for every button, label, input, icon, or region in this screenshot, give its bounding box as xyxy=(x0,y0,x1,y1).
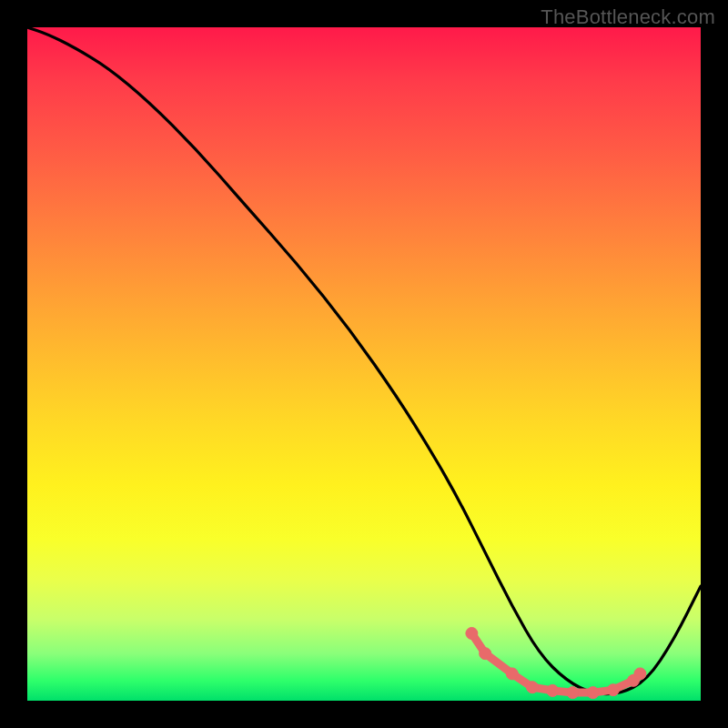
data-curve xyxy=(27,27,701,694)
marker-group xyxy=(466,628,646,699)
data-marker xyxy=(527,682,539,693)
data-marker xyxy=(547,684,559,696)
data-marker xyxy=(587,687,599,699)
data-marker xyxy=(480,648,491,660)
data-marker xyxy=(607,684,619,696)
data-marker xyxy=(506,668,518,680)
data-marker xyxy=(466,628,478,640)
curve-layer xyxy=(27,27,701,701)
marker-cluster xyxy=(471,633,640,693)
data-marker xyxy=(567,687,579,699)
chart-frame: TheBottleneck.com xyxy=(0,0,728,728)
data-marker xyxy=(634,668,646,680)
plot-area xyxy=(27,27,701,701)
watermark-text: TheBottleneck.com xyxy=(541,5,715,29)
